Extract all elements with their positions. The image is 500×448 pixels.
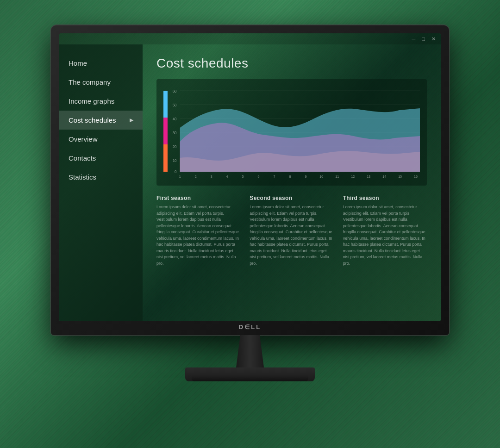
nav-arrow-icon: ▶ [130,117,133,123]
title-bar: ─ □ ✕ [59,33,441,44]
page-title: Cost schedules [156,56,427,71]
chart-container: 60 50 40 30 20 10 0 [156,79,427,186]
svg-text:10: 10 [173,158,177,163]
dell-logo: D∈LL [239,324,261,330]
svg-text:4: 4 [226,174,228,179]
window-controls: ─ □ ✕ [411,36,437,42]
svg-text:16: 16 [414,174,418,179]
close-button[interactable]: ✕ [430,36,437,42]
svg-text:0: 0 [175,169,177,174]
section-text-second: Lorem ipsum dolor sit amet, consectetur … [250,204,333,267]
minimize-button[interactable]: ─ [411,36,417,42]
svg-text:11: 11 [335,174,339,179]
sidebar-item-overview[interactable]: Overview [59,130,143,149]
section-title-third: Third season [343,195,427,201]
svg-rect-16 [163,144,168,172]
svg-text:6: 6 [258,174,260,179]
section-title-second: Second season [250,195,333,201]
chart-svg: 60 50 40 30 20 10 0 [163,86,420,179]
svg-text:10: 10 [319,174,323,179]
svg-text:20: 20 [173,144,177,149]
svg-text:2: 2 [195,174,197,179]
section-title-first: First season [156,195,240,201]
main-content: Cost schedules [143,44,441,321]
svg-text:9: 9 [305,174,306,179]
section-second-season: Second season Lorem ipsum dolor sit amet… [250,195,333,267]
section-text-first: Lorem ipsum dolor sit amet, consectetur … [156,204,240,267]
sidebar-item-the-company[interactable]: The company [59,73,143,92]
section-third-season: Third season Lorem ipsum dolor sit amet,… [343,195,427,267]
svg-rect-14 [163,91,168,118]
sidebar-item-statistics[interactable]: Statistics [59,168,143,187]
sidebar-item-cost-schedules[interactable]: Cost schedules ▶ [59,111,143,130]
monitor: ─ □ ✕ Home The company Income graphs [42,25,458,423]
svg-text:7: 7 [273,174,275,179]
app-layout: Home The company Income graphs Cost sche… [59,44,441,321]
svg-text:30: 30 [173,131,177,136]
sidebar-item-income-graphs[interactable]: Income graphs [59,92,143,111]
svg-text:13: 13 [367,174,370,179]
monitor-stand-neck [236,335,264,367]
svg-text:1: 1 [179,174,181,179]
svg-text:40: 40 [173,117,177,122]
svg-text:14: 14 [382,174,386,179]
svg-text:50: 50 [173,103,177,108]
maximize-button[interactable]: □ [420,36,426,42]
svg-text:5: 5 [242,174,244,179]
section-text-third: Lorem ipsum dolor sit amet, consectetur … [343,204,427,267]
monitor-stand-base [185,367,315,381]
screen: ─ □ ✕ Home The company Income graphs [59,33,441,321]
svg-text:12: 12 [351,174,355,179]
sidebar-item-contacts[interactable]: Contacts [59,149,143,168]
svg-text:3: 3 [211,174,212,179]
section-first-season: First season Lorem ipsum dolor sit amet,… [156,195,240,267]
svg-rect-15 [163,118,168,144]
sidebar: Home The company Income graphs Cost sche… [59,44,143,321]
svg-text:8: 8 [289,174,291,179]
svg-text:15: 15 [398,174,402,179]
sections-row: First season Lorem ipsum dolor sit amet,… [156,195,427,267]
svg-text:60: 60 [173,89,177,94]
sidebar-item-home[interactable]: Home [59,54,143,73]
monitor-bezel: ─ □ ✕ Home The company Income graphs [51,25,449,335]
